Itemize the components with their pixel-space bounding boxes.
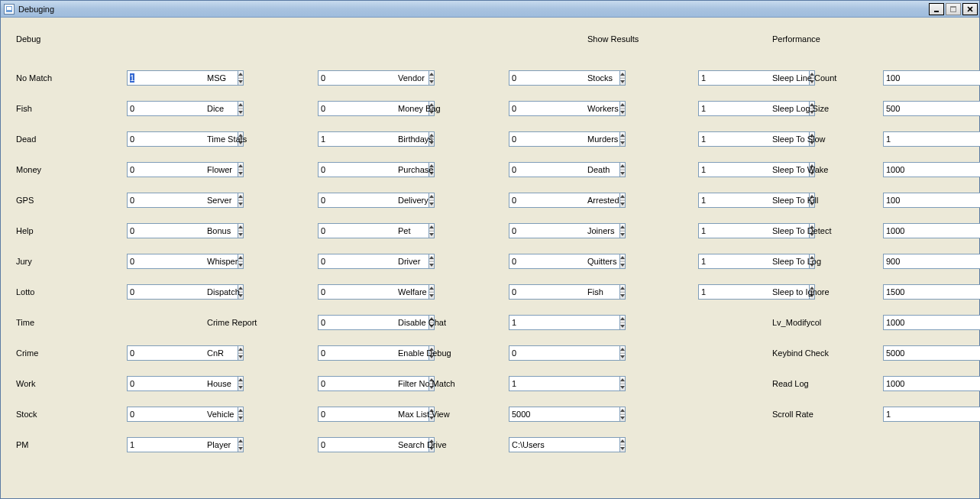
label-fish: Fish [16, 104, 127, 113]
input-max-list-view[interactable] [509, 407, 619, 422]
input-sleep-to-ignore[interactable] [883, 284, 980, 300]
input-sleep-to-log[interactable] [883, 254, 980, 269]
spinner-cnr[interactable] [318, 345, 367, 361]
close-button[interactable] [962, 3, 978, 15]
label-birthdays: Birthdays [398, 134, 509, 144]
input-lv-modifycol[interactable] [883, 315, 980, 330]
spinner-stocks[interactable] [698, 70, 748, 86]
input-sleep-to-slow[interactable] [883, 131, 980, 147]
spinner-driver[interactable] [509, 254, 558, 269]
spin-down-search-drive[interactable] [620, 446, 625, 452]
spinner-lotto[interactable] [127, 284, 176, 300]
input-keybind-check[interactable] [883, 345, 980, 361]
spin-up-filter-no-match[interactable] [620, 377, 625, 384]
spinner-sleep-line-count[interactable] [883, 70, 933, 86]
spinner-max-list-view[interactable] [509, 407, 558, 422]
spinner-money[interactable] [127, 162, 176, 177]
spinner-server[interactable] [318, 193, 367, 208]
maximize-button[interactable] [946, 3, 961, 15]
spinner-filter-no-match[interactable] [509, 376, 558, 391]
spinner-pm[interactable] [127, 437, 176, 452]
input-disable-chat[interactable] [509, 315, 619, 330]
input-sleep-to-kill[interactable] [883, 193, 980, 208]
spinner-enable-debug[interactable] [509, 345, 558, 361]
label-flower: Flower [207, 165, 318, 174]
spinner-death[interactable] [698, 162, 748, 177]
input-sleep-to-detect[interactable] [883, 223, 980, 238]
spinner-no-match[interactable] [127, 70, 176, 86]
spinner-purchase[interactable] [509, 162, 558, 177]
spinner-player[interactable] [318, 437, 367, 452]
minimize-button[interactable] [929, 3, 944, 15]
spinner-fish[interactable] [127, 101, 176, 116]
label-gps: GPS [16, 196, 127, 205]
field-row-murders: Murders [587, 131, 748, 147]
spinner-crime[interactable] [127, 345, 176, 361]
spinner-sleep-to-ignore[interactable] [883, 284, 933, 300]
input-read-log[interactable] [883, 376, 980, 391]
spin-down-max-list-view[interactable] [620, 415, 625, 422]
spinner-disable-chat[interactable] [509, 315, 558, 330]
spinner-arrested[interactable] [698, 193, 748, 208]
field-row-quitters: Quitters [587, 253, 748, 270]
spinner-keybind-check[interactable] [883, 345, 933, 361]
input-search-drive[interactable] [509, 437, 619, 452]
spinner-house[interactable] [318, 376, 367, 391]
spin-up-enable-debug[interactable] [620, 346, 625, 354]
spinner-sleep-log-size[interactable] [883, 101, 933, 116]
input-sleep-line-count[interactable] [883, 70, 980, 86]
spinner-birthdays[interactable] [509, 131, 558, 147]
spinner-workers[interactable] [698, 101, 748, 116]
field-row-workers: Workers [587, 100, 748, 117]
spinner-fish-result[interactable] [698, 284, 748, 300]
spin-down-filter-no-match[interactable] [620, 384, 625, 391]
spin-down-disable-chat[interactable] [620, 323, 625, 330]
input-filter-no-match[interactable] [509, 376, 619, 391]
spin-up-max-list-view[interactable] [620, 407, 625, 415]
field-row-sleep-to-ignore: Sleep to Ignore [772, 284, 933, 300]
label-sleep-to-ignore: Sleep to Ignore [772, 287, 883, 296]
spinner-read-log[interactable] [883, 376, 933, 391]
spinner-bonus[interactable] [318, 223, 367, 238]
spinner-time-stats[interactable] [318, 131, 367, 147]
spinner-dead[interactable] [127, 131, 176, 147]
spinner-sleep-to-log[interactable] [883, 254, 933, 269]
spinner-jury[interactable] [127, 254, 176, 269]
input-sleep-log-size[interactable] [883, 101, 980, 116]
spinner-sleep-to-wake[interactable] [883, 162, 933, 177]
spinner-murders[interactable] [698, 131, 748, 147]
spinner-flower[interactable] [318, 162, 367, 177]
spinner-sleep-to-slow[interactable] [883, 131, 933, 147]
spinner-joiners[interactable] [698, 223, 748, 238]
spinner-msg[interactable] [318, 70, 367, 86]
spinner-help[interactable] [127, 223, 176, 238]
spinner-vendor[interactable] [509, 70, 558, 86]
spinner-pet[interactable] [509, 223, 558, 238]
spinner-whisper[interactable] [318, 254, 367, 269]
spin-up-disable-chat[interactable] [620, 316, 625, 323]
spinner-lv-modifycol[interactable] [883, 315, 933, 330]
spinner-dice[interactable] [318, 101, 367, 116]
input-sleep-to-wake[interactable] [883, 162, 980, 177]
spin-down-enable-debug[interactable] [620, 354, 625, 361]
spinner-money-bag[interactable] [509, 101, 558, 116]
spinner-stock[interactable] [127, 407, 176, 422]
spinner-quitters[interactable] [698, 254, 748, 269]
spinner-delivery[interactable] [509, 193, 558, 208]
spinner-sleep-to-kill[interactable] [883, 193, 933, 208]
input-scroll-rate[interactable] [883, 407, 980, 422]
field-row-keybind-check: Keybind Check [772, 345, 933, 361]
input-enable-debug[interactable] [509, 345, 619, 361]
svg-marker-74 [620, 325, 625, 328]
spinner-search-drive[interactable] [509, 437, 558, 452]
spin-up-search-drive[interactable] [620, 438, 625, 446]
spinner-sleep-to-detect[interactable] [883, 223, 933, 238]
spinner-gps[interactable] [127, 193, 176, 208]
spinner-welfare[interactable] [509, 284, 558, 300]
spinner-work[interactable] [127, 376, 176, 391]
spinner-crime-report[interactable] [318, 315, 367, 330]
spinner-scroll-rate[interactable] [883, 407, 933, 422]
spinner-vehicle[interactable] [318, 407, 367, 422]
spinner-dispatch[interactable] [318, 284, 367, 300]
field-row-work: Work [16, 375, 176, 392]
